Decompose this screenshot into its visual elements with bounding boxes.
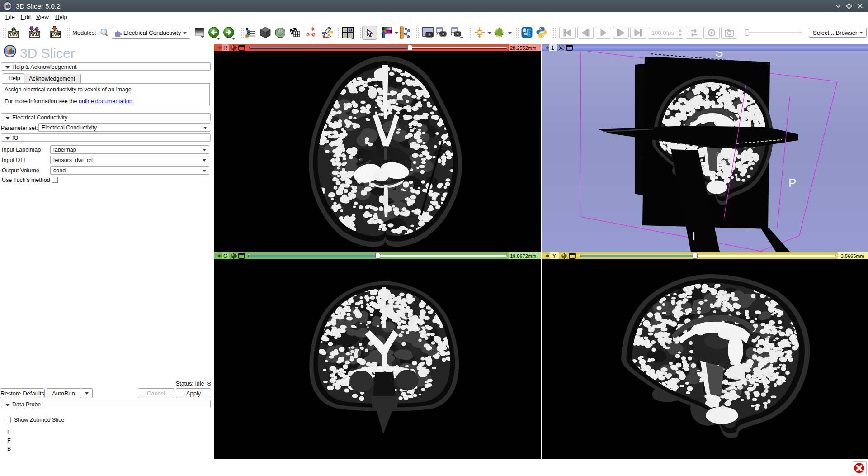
svg-text:DCM: DCM [30,33,39,37]
svg-text:SAVE: SAVE [51,33,61,37]
svg-text:S: S [715,51,723,59]
svg-text:I: I [692,229,695,243]
svg-text:DATA: DATA [9,33,19,37]
svg-text:P: P [788,176,796,190]
